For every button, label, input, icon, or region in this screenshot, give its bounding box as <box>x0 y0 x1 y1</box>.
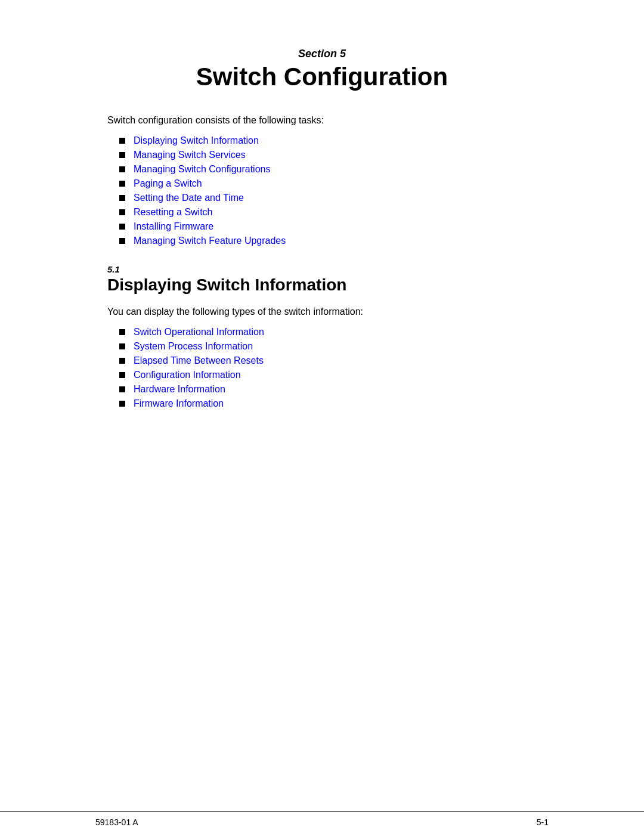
list-item: Displaying Switch Information <box>119 135 549 146</box>
subsection-title: Displaying Switch Information <box>107 275 549 295</box>
main-link[interactable]: Managing Switch Services <box>134 150 246 160</box>
footer: 59183-01 A 5-1 <box>0 811 644 833</box>
list-item: Hardware Information <box>119 384 549 395</box>
list-item: Firmware Information <box>119 398 549 409</box>
sub-link[interactable]: System Process Information <box>134 341 253 352</box>
content-area: Section 5 Switch Configuration Switch co… <box>0 0 644 487</box>
main-link-list: Displaying Switch InformationManaging Sw… <box>119 135 549 246</box>
sub-link-list: Switch Operational InformationSystem Pro… <box>119 327 549 409</box>
list-item: Paging a Switch <box>119 178 549 189</box>
list-item: Resetting a Switch <box>119 207 549 218</box>
sub-link[interactable]: Elapsed Time Between Resets <box>134 355 264 366</box>
bullet-icon <box>119 386 125 392</box>
footer-doc-number: 59183-01 A <box>95 817 138 827</box>
list-item: Configuration Information <box>119 370 549 380</box>
section-intro: Switch configuration consists of the fol… <box>107 115 549 126</box>
bullet-icon <box>119 238 125 244</box>
page: Section 5 Switch Configuration Switch co… <box>0 0 644 833</box>
list-item: Managing Switch Feature Upgrades <box>119 236 549 246</box>
list-item: Managing Switch Services <box>119 150 549 160</box>
bullet-icon <box>119 152 125 158</box>
main-link[interactable]: Installing Firmware <box>134 221 213 232</box>
sub-link[interactable]: Switch Operational Information <box>134 327 264 337</box>
list-item: Installing Firmware <box>119 221 549 232</box>
section-title: Switch Configuration <box>95 63 549 91</box>
list-item: Elapsed Time Between Resets <box>119 355 549 366</box>
bullet-icon <box>119 209 125 215</box>
bullet-icon <box>119 358 125 364</box>
section-label: Section 5 <box>95 48 549 60</box>
subsection-intro: You can display the following types of t… <box>107 306 549 317</box>
main-link[interactable]: Paging a Switch <box>134 178 202 189</box>
bullet-icon <box>119 224 125 230</box>
bullet-icon <box>119 166 125 172</box>
bullet-icon <box>119 329 125 335</box>
main-link[interactable]: Resetting a Switch <box>134 207 213 218</box>
bullet-icon <box>119 138 125 144</box>
bullet-icon <box>119 372 125 378</box>
sub-link[interactable]: Firmware Information <box>134 398 224 409</box>
main-link[interactable]: Displaying Switch Information <box>134 135 259 146</box>
list-item: System Process Information <box>119 341 549 352</box>
main-link[interactable]: Managing Switch Configurations <box>134 164 270 175</box>
sub-link[interactable]: Hardware Information <box>134 384 225 395</box>
main-link[interactable]: Managing Switch Feature Upgrades <box>134 236 286 246</box>
bullet-icon <box>119 401 125 407</box>
bullet-icon <box>119 181 125 187</box>
list-item: Setting the Date and Time <box>119 193 549 203</box>
bullet-icon <box>119 343 125 349</box>
main-link[interactable]: Setting the Date and Time <box>134 193 244 203</box>
bullet-icon <box>119 195 125 201</box>
list-item: Switch Operational Information <box>119 327 549 337</box>
footer-page-number: 5-1 <box>537 817 549 827</box>
sub-link[interactable]: Configuration Information <box>134 370 241 380</box>
subsection-number: 5.1 <box>107 264 549 274</box>
list-item: Managing Switch Configurations <box>119 164 549 175</box>
